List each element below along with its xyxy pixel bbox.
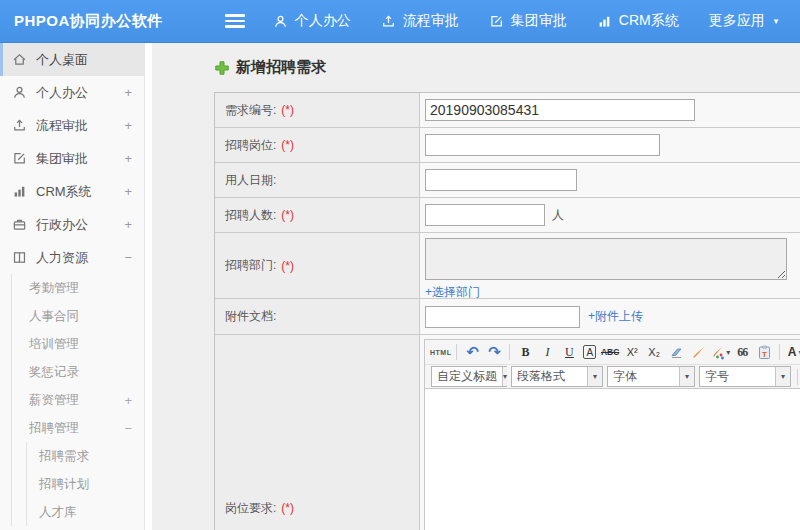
html-source-button[interactable]: HTML xyxy=(430,342,451,362)
briefcase-icon xyxy=(12,217,27,232)
sidebar-item-label: 培训管理 xyxy=(29,336,132,353)
nav-item-label: CRM系统 xyxy=(619,12,679,30)
attachment-upload-link[interactable]: +附件上传 xyxy=(588,308,643,325)
sidebar-item-personal-office[interactable]: 个人办公 + xyxy=(0,76,144,109)
nav-item-more-apps[interactable]: 更多应用 ▾ xyxy=(709,12,779,30)
field-label: 招聘人数: xyxy=(225,207,276,224)
redo-button[interactable]: ↷ xyxy=(484,342,504,362)
sidebar-item-label: 个人桌面 xyxy=(36,51,132,69)
field-value-cell xyxy=(420,128,800,162)
color-brush-button[interactable]: ▾ xyxy=(710,342,730,362)
sidebar-item-crm-system[interactable]: CRM系统 + xyxy=(0,175,144,208)
format-brush-button[interactable] xyxy=(688,342,708,362)
field-label-cell: 用人日期: xyxy=(215,163,420,197)
form-row-headcount: 招聘人数: (*) 人 xyxy=(215,198,800,233)
sidebar-item-personal-desktop[interactable]: 个人桌面 xyxy=(0,43,144,76)
sidebar-item-workflow-approval[interactable]: 流程审批 + xyxy=(0,109,144,142)
paste-text-button[interactable]: T xyxy=(754,342,774,362)
sidebar-item-label: 人力资源 xyxy=(36,249,124,267)
recruit-demand-form: 需求编号: (*) 招聘岗位: (*) xyxy=(214,92,800,530)
sidebar-item-label: 流程审批 xyxy=(36,117,124,135)
strikethrough-button[interactable]: ABC xyxy=(600,342,620,362)
page-title: 新增招聘需求 xyxy=(236,58,326,77)
edit-icon xyxy=(12,151,27,166)
sidebar-item-recruit-mgmt[interactable]: 招聘管理 − xyxy=(12,414,144,442)
sidebar-item-recruit-plan[interactable]: 招聘计划 xyxy=(27,470,144,498)
expand-plus-icon[interactable]: + xyxy=(124,85,132,100)
sidebar-item-label: 行政办公 xyxy=(36,216,124,234)
app-window: PHPOA协同办公软件 个人办公 流程审批 集团审批 CRM系统 更多应用 ▾ xyxy=(0,0,800,530)
hr-submenu: 考勤管理 人事合同 培训管理 奖惩记录 薪资管理 + xyxy=(11,274,144,526)
field-value-cell xyxy=(420,163,800,197)
undo-button[interactable]: ↶ xyxy=(462,342,482,362)
superscript-button[interactable]: X² xyxy=(622,342,642,362)
nav-item-workflow-approval[interactable]: 流程审批 xyxy=(381,12,459,30)
font-family-select[interactable]: 字体 ▾ xyxy=(607,366,695,387)
bold-button[interactable]: B xyxy=(515,342,535,362)
eraser-button[interactable] xyxy=(666,342,686,362)
underline-button[interactable]: U xyxy=(559,342,579,362)
hire-date-input[interactable] xyxy=(425,169,577,191)
subscript-button[interactable]: X₂ xyxy=(644,342,664,362)
field-label-cell: 需求编号: (*) xyxy=(215,93,420,127)
field-value-cell: 人 xyxy=(420,198,800,232)
sidebar-item-salary-mgmt[interactable]: 薪资管理 + xyxy=(12,386,144,414)
chevron-down-icon: ▾ xyxy=(502,367,507,386)
demand-no-input[interactable] xyxy=(425,99,695,121)
sidebar-item-label: 人事合同 xyxy=(29,308,132,325)
nav-item-personal-office[interactable]: 个人办公 xyxy=(273,12,351,30)
position-input[interactable] xyxy=(425,134,660,156)
top-nav-items: 个人办公 流程审批 集团审批 CRM系统 更多应用 ▾ xyxy=(273,12,778,30)
sidebar-item-reward-punishment[interactable]: 奖惩记录 xyxy=(12,358,144,386)
field-label: 招聘岗位: xyxy=(225,137,276,154)
sidebar-item-talent-pool[interactable]: 人才库 xyxy=(27,498,144,526)
user-icon xyxy=(12,85,27,100)
expand-plus-icon[interactable]: + xyxy=(124,151,132,166)
sidebar-item-personnel-contract[interactable]: 人事合同 xyxy=(12,302,144,330)
expand-plus-icon[interactable]: + xyxy=(124,217,132,232)
upload-flow-icon xyxy=(381,14,396,29)
sidebar-item-label: 个人办公 xyxy=(36,84,124,102)
custom-title-select[interactable]: 自定义标题 ▾ xyxy=(431,366,507,387)
font-color-button[interactable]: A ▾ xyxy=(785,342,800,362)
paragraph-format-select[interactable]: 段落格式 ▾ xyxy=(511,366,603,387)
font-size-select[interactable]: 字号 ▾ xyxy=(699,366,791,387)
sidebar-item-human-resources[interactable]: 人力资源 − xyxy=(0,241,144,274)
editor-content-area[interactable] xyxy=(425,388,800,530)
department-textarea[interactable] xyxy=(425,238,787,280)
field-value-cell: HTML ↶ ↷ B I U A ABC X² xyxy=(420,335,800,530)
field-label: 岗位要求: xyxy=(225,500,276,517)
recruit-submenu: 招聘需求 招聘计划 人才库 xyxy=(26,442,144,526)
italic-button[interactable]: I xyxy=(537,342,557,362)
collapse-minus-icon[interactable]: − xyxy=(124,421,132,436)
border-text-button[interactable]: A xyxy=(583,345,596,359)
chevron-down-icon: ▾ xyxy=(775,367,790,386)
expand-plus-icon[interactable]: + xyxy=(124,393,132,408)
select-label: 自定义标题 xyxy=(432,368,502,385)
sidebar-item-attendance-mgmt[interactable]: 考勤管理 xyxy=(12,274,144,302)
nav-item-group-approval[interactable]: 集团审批 xyxy=(489,12,567,30)
hamburger-menu-icon[interactable] xyxy=(225,14,245,28)
sidebar-item-group-approval[interactable]: 集团审批 + xyxy=(0,142,144,175)
font-color-letter: A xyxy=(788,345,797,359)
sidebar-item-training-mgmt[interactable]: 培训管理 xyxy=(12,330,144,358)
sidebar-item-label: 考勤管理 xyxy=(29,280,132,297)
blockquote-button[interactable]: 66 xyxy=(732,342,752,362)
sidebar-item-label: CRM系统 xyxy=(36,183,124,201)
chevron-down-icon: ▾ xyxy=(774,16,779,26)
top-navbar: PHPOA协同办公软件 个人办公 流程审批 集团审批 CRM系统 更多应用 ▾ xyxy=(0,0,800,43)
expand-plus-icon[interactable]: + xyxy=(124,118,132,133)
editor-toolbar-row1: HTML ↶ ↷ B I U A ABC X² xyxy=(425,340,800,364)
headcount-input[interactable] xyxy=(425,204,545,226)
app-logo: PHPOA协同办公软件 xyxy=(0,12,177,31)
attachment-input[interactable] xyxy=(425,306,580,328)
sidebar-item-recruit-demand[interactable]: 招聘需求 xyxy=(27,442,144,470)
form-row-hire-date: 用人日期: xyxy=(215,163,800,198)
required-mark: (*) xyxy=(281,103,294,117)
sidebar-item-admin-office[interactable]: 行政办公 + xyxy=(0,208,144,241)
collapse-minus-icon[interactable]: − xyxy=(124,250,132,265)
nav-item-crm-system[interactable]: CRM系统 xyxy=(597,12,679,30)
expand-plus-icon[interactable]: + xyxy=(124,184,132,199)
add-plus-icon xyxy=(215,61,229,75)
form-row-department: 招聘部门: (*) +选择部门 xyxy=(215,233,800,299)
